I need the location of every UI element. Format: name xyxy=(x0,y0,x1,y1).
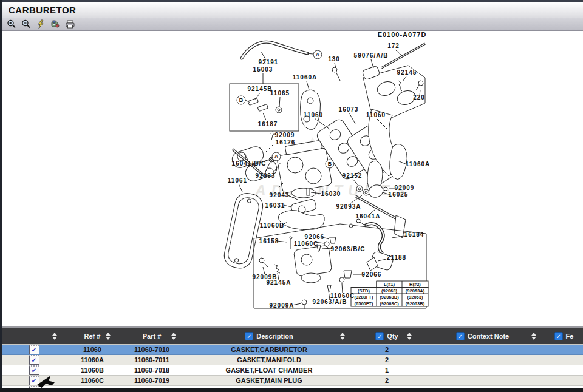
table-row[interactable]: 11060C 11060-7019 GASKET,MAIN PLUG 2 xyxy=(2,376,583,386)
part-label: 16041A xyxy=(355,213,380,220)
title-bar: CARBURETOR xyxy=(2,2,583,18)
extra-checkbox[interactable] xyxy=(554,332,563,340)
sort-icon[interactable] xyxy=(340,333,345,340)
part-label: 11061 xyxy=(228,177,247,184)
diagram-code: E0100-A077D xyxy=(378,32,427,38)
svg-text:(92063A): (92063A) xyxy=(406,288,425,294)
qty-cell: 2 xyxy=(353,346,420,353)
qty-cell: 1 xyxy=(353,367,420,374)
part-label: 92009A xyxy=(269,302,294,309)
part-label: 11060A xyxy=(406,161,430,167)
ref-cell: 11060A xyxy=(66,356,119,363)
table-row[interactable]: 11060B 11060-7018 GASKET,FLOAT CHAMBER 1 xyxy=(2,365,583,376)
part-label: 92145A xyxy=(266,279,291,286)
part-label: 11060A xyxy=(293,74,317,81)
part-label: 92066 xyxy=(362,271,382,278)
part-label: 11060 xyxy=(304,112,323,118)
sort-icon[interactable] xyxy=(171,333,176,340)
svg-text:(92063B): (92063B) xyxy=(406,301,425,306)
flash-icon xyxy=(36,19,45,29)
table-row[interactable]: 11060 11060-7010 GASKET,CARBURETOR 2 xyxy=(2,345,583,355)
part-label: 11065 xyxy=(270,90,290,96)
part-label: 16184 xyxy=(404,231,424,238)
sort-icon[interactable] xyxy=(407,333,412,340)
desc-cell: GASKET,MAIN PLUG xyxy=(185,377,353,384)
part-label: 16041/B/C xyxy=(232,160,267,167)
sort-icon[interactable] xyxy=(106,333,111,340)
part-label: 172 xyxy=(387,42,400,49)
part-label: 16030 xyxy=(321,191,341,197)
zoom-out-icon xyxy=(21,19,31,29)
table-row[interactable]: 11060A 11060-7011 GASKET,MANIFOLD 2 xyxy=(2,355,583,365)
part-label: 92145 xyxy=(397,69,417,76)
col-header-part[interactable]: Part # xyxy=(119,328,185,344)
qty-cell: 2 xyxy=(353,356,420,363)
part-label: 92191 xyxy=(259,59,279,66)
parts-table-header: Ref # Part # Description Qty Context Not… xyxy=(2,328,583,345)
svg-text:(6560FT): (6560FT) xyxy=(355,301,373,306)
print-button[interactable] xyxy=(64,19,75,30)
part-label: 11060 xyxy=(366,112,386,118)
part-label: 92152 xyxy=(343,172,363,179)
part-cell: 11060-7011 xyxy=(119,356,185,363)
window-frame-left xyxy=(0,0,2,392)
note-edit-icon[interactable] xyxy=(29,345,39,354)
col-header-icon[interactable] xyxy=(2,328,66,344)
col-header-description[interactable]: Description xyxy=(185,328,353,344)
circled-letter: A xyxy=(274,154,279,160)
sort-icon[interactable] xyxy=(52,333,57,340)
col-header-extra[interactable]: Fe xyxy=(545,328,583,344)
part-label: 16073 xyxy=(339,106,359,113)
desc-cell: GASKET,MANIFOLD xyxy=(185,356,353,363)
hotspot-button[interactable] xyxy=(50,19,61,30)
sort-icon[interactable] xyxy=(531,333,536,340)
parts-diagram-panel: ADVENTURES xyxy=(2,32,583,326)
svg-text:(STD): (STD) xyxy=(358,288,370,294)
zoom-out-button[interactable] xyxy=(21,19,32,30)
desc-cell: GASKET,CARBURETOR xyxy=(185,346,353,353)
part-cell: 11060-7019 xyxy=(119,377,185,384)
note-edit-icon[interactable] xyxy=(29,376,39,385)
part-label: 16158 xyxy=(259,238,279,245)
flash-button[interactable] xyxy=(35,19,46,30)
part-label: 16187 xyxy=(258,121,278,127)
part-label: 16025 xyxy=(389,191,409,198)
svg-text:(92063): (92063) xyxy=(381,288,397,294)
jet-altitude-table: L(#1) R(#2) (STD) (92063) (92063A) (3280… xyxy=(351,281,428,306)
parts-diagram[interactable]: ADVENTURES xyxy=(2,32,583,326)
ref-cell: 11060B xyxy=(66,367,119,374)
zoom-in-button[interactable] xyxy=(6,19,17,30)
hotspot-icon xyxy=(50,19,61,29)
part-label: 92063/B/C xyxy=(331,246,366,252)
toolbar xyxy=(2,18,583,31)
part-label: 92093A xyxy=(336,203,361,210)
diagram-left-border xyxy=(5,32,5,326)
qty-checkbox[interactable] xyxy=(375,332,384,340)
ref-cell: 11060C xyxy=(66,377,119,384)
desc-cell: GASKET,FLOAT CHAMBER xyxy=(185,367,353,374)
part-label: 92066 xyxy=(305,234,325,240)
part-label: 92063/A/B xyxy=(313,299,347,305)
print-icon xyxy=(65,19,75,29)
part-label: 11060B xyxy=(260,222,284,229)
circled-letter: A xyxy=(316,52,320,58)
col-header-context-note[interactable]: Context Note xyxy=(420,328,545,344)
diagram-line-art xyxy=(222,42,426,309)
alt-header-l: L(#1) xyxy=(384,282,395,287)
description-checkbox[interactable] xyxy=(245,332,253,340)
part-label: 130 xyxy=(328,56,340,63)
zoom-in-icon xyxy=(7,19,16,29)
col-header-ref[interactable]: Ref # xyxy=(66,328,119,344)
page-title: CARBURETOR xyxy=(2,5,76,15)
note-edit-icon[interactable] xyxy=(29,355,39,365)
part-label: 21188 xyxy=(387,254,406,261)
part-label: 92043 xyxy=(270,192,290,198)
col-header-qty[interactable]: Qty xyxy=(353,328,420,344)
svg-text:(3280FT): (3280FT) xyxy=(355,294,373,300)
context-note-checkbox[interactable] xyxy=(456,332,465,340)
note-edit-icon[interactable] xyxy=(29,365,39,375)
ref-cell: 11060 xyxy=(66,346,119,353)
part-label: 92009 xyxy=(395,184,415,191)
svg-text:(92063): (92063) xyxy=(407,294,423,300)
svg-text:(92063B): (92063B) xyxy=(380,294,399,300)
